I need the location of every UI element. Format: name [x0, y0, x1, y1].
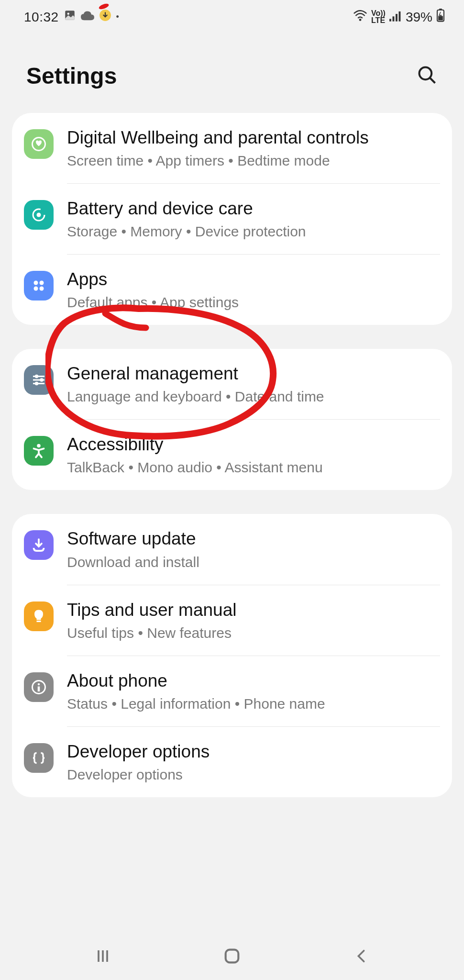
- item-title: About phone: [67, 669, 440, 692]
- item-subtitle: TalkBack • Mono audio • Assistant menu: [67, 458, 440, 477]
- item-content: Tips and user manual Useful tips • New f…: [67, 599, 440, 642]
- settings-group-3: Software update Download and install Tip…: [12, 514, 452, 797]
- developer-icon: [24, 743, 54, 773]
- volte-icon: Vo))LTE: [371, 10, 386, 24]
- item-title: Developer options: [67, 740, 440, 763]
- download-icon: [99, 9, 111, 25]
- svg-point-1: [67, 13, 69, 15]
- dot-icon: •: [116, 12, 119, 22]
- settings-item-developer[interactable]: Developer options Developer options: [12, 727, 452, 797]
- item-title: Accessibility: [67, 433, 440, 456]
- settings-item-general[interactable]: General management Language and keyboard…: [12, 349, 452, 419]
- status-right: Vo))LTE 39%: [353, 9, 445, 25]
- svg-point-25: [35, 382, 39, 386]
- apps-icon: [24, 271, 54, 301]
- wifi-icon: [353, 10, 367, 25]
- item-content: Software update Download and install: [67, 527, 440, 571]
- software-icon: [24, 530, 54, 560]
- item-content: Developer options Developer options: [67, 740, 440, 784]
- status-bar: 10:32 • Vo))LTE 39%: [0, 0, 464, 34]
- nav-home-button[interactable]: [222, 947, 242, 966]
- svg-rect-30: [38, 686, 40, 691]
- nav-recents-button[interactable]: [93, 947, 112, 966]
- status-left: 10:32 •: [24, 9, 119, 25]
- settings-item-accessibility[interactable]: Accessibility TalkBack • Mono audio • As…: [12, 420, 452, 490]
- item-content: Apps Default apps • App settings: [67, 268, 440, 312]
- gallery-icon: [64, 9, 76, 25]
- item-title: Digital Wellbeing and parental controls: [67, 126, 440, 149]
- settings-item-battery[interactable]: Battery and device care Storage • Memory…: [12, 184, 452, 254]
- settings-group-2: General management Language and keyboard…: [12, 349, 452, 490]
- svg-point-17: [40, 281, 44, 285]
- accessibility-icon: [24, 436, 54, 466]
- item-title: Apps: [67, 268, 440, 291]
- clock: 10:32: [24, 10, 59, 25]
- signal-icon: [389, 10, 402, 25]
- wellbeing-icon: [24, 129, 54, 159]
- svg-rect-6: [396, 14, 398, 22]
- item-subtitle: Default apps • App settings: [67, 293, 440, 312]
- item-content: Battery and device care Storage • Memory…: [67, 197, 440, 241]
- battery-percent: 39%: [406, 10, 432, 25]
- settings-item-wellbeing[interactable]: Digital Wellbeing and parental controls …: [12, 113, 452, 183]
- svg-point-15: [37, 213, 41, 217]
- svg-point-18: [34, 287, 38, 291]
- general-icon: [24, 365, 54, 395]
- battery-care-icon: [24, 200, 54, 230]
- item-title: Tips and user manual: [67, 599, 440, 622]
- about-icon: [24, 672, 54, 702]
- svg-point-11: [420, 67, 432, 79]
- item-content: General management Language and keyboard…: [67, 362, 440, 406]
- navigation-bar: [0, 932, 464, 980]
- item-content: Digital Wellbeing and parental controls …: [67, 126, 440, 170]
- item-subtitle: Storage • Memory • Device protection: [67, 222, 440, 241]
- svg-rect-9: [439, 9, 442, 10]
- cloud-icon: [81, 10, 94, 25]
- settings-item-tips[interactable]: Tips and user manual Useful tips • New f…: [12, 585, 452, 656]
- item-title: Battery and device care: [67, 197, 440, 220]
- nav-back-button[interactable]: [352, 947, 371, 966]
- settings-item-about[interactable]: About phone Status • Legal information •…: [12, 656, 452, 726]
- svg-rect-4: [389, 19, 391, 21]
- item-subtitle: Status • Legal information • Phone name: [67, 694, 440, 713]
- svg-point-26: [37, 444, 41, 448]
- item-subtitle: Developer options: [67, 765, 440, 784]
- item-subtitle: Download and install: [67, 553, 440, 571]
- item-title: Software update: [67, 527, 440, 550]
- header: Settings: [0, 34, 464, 113]
- svg-rect-5: [392, 16, 394, 21]
- item-subtitle: Screen time • App timers • Bedtime mode: [67, 151, 440, 170]
- settings-item-apps[interactable]: Apps Default apps • App settings: [12, 255, 452, 325]
- item-content: About phone Status • Legal information •…: [67, 669, 440, 713]
- item-subtitle: Language and keyboard • Date and time: [67, 387, 440, 406]
- battery-icon: [436, 9, 445, 25]
- svg-rect-7: [398, 11, 400, 21]
- item-content: Accessibility TalkBack • Mono audio • As…: [67, 433, 440, 477]
- item-subtitle: Useful tips • New features: [67, 624, 440, 642]
- svg-point-29: [38, 683, 40, 685]
- item-title: General management: [67, 362, 440, 385]
- settings-group-1: Digital Wellbeing and parental controls …: [12, 113, 452, 325]
- settings-item-software[interactable]: Software update Download and install: [12, 514, 452, 584]
- svg-point-16: [34, 281, 38, 285]
- svg-point-19: [40, 287, 44, 291]
- tips-icon: [24, 601, 54, 631]
- svg-point-23: [40, 379, 44, 382]
- svg-point-21: [35, 375, 39, 379]
- svg-rect-27: [37, 621, 41, 622]
- svg-point-3: [359, 19, 362, 21]
- svg-rect-34: [226, 950, 239, 963]
- page-title: Settings: [26, 63, 117, 89]
- svg-line-12: [430, 78, 435, 83]
- search-button[interactable]: [417, 65, 438, 88]
